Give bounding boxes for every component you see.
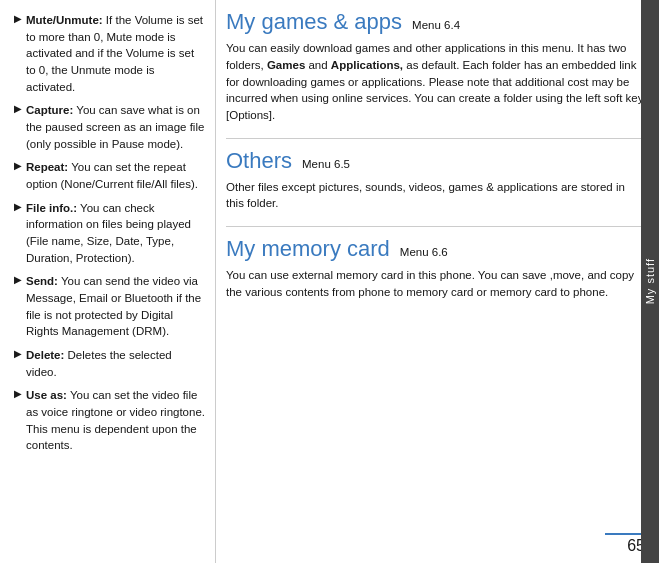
bullet-icon: ▶ — [14, 388, 22, 399]
page-number-area: 65 — [605, 533, 645, 555]
section-divider — [226, 226, 645, 227]
item-label: Capture: — [26, 104, 73, 116]
item-text: Capture: You can save what is on the pau… — [26, 102, 205, 152]
item-text: Repeat: You can set the repeat option (N… — [26, 159, 205, 192]
section-divider — [226, 138, 645, 139]
list-item: ▶ Capture: You can save what is on the p… — [14, 102, 205, 152]
section-body: You can use external memory card in this… — [226, 267, 645, 300]
sidebar-tab: My stuff — [641, 0, 659, 563]
page-container: ▶ Mute/Unmute: If the Volume is set to m… — [0, 0, 659, 563]
section-my-games-apps: My games & apps Menu 6.4 You can easily … — [226, 10, 645, 124]
left-column: ▶ Mute/Unmute: If the Volume is set to m… — [0, 0, 215, 563]
item-text: Delete: Deletes the selected video. — [26, 347, 205, 380]
item-text: Send: You can send the video via Message… — [26, 273, 205, 340]
bullet-icon: ▶ — [14, 348, 22, 359]
bullet-icon: ▶ — [14, 13, 22, 24]
right-column: My games & apps Menu 6.4 You can easily … — [215, 0, 659, 563]
item-label: Use as: — [26, 389, 67, 401]
section-my-memory-card: My memory card Menu 6.6 You can use exte… — [226, 237, 645, 301]
bullet-icon: ▶ — [14, 274, 22, 285]
bullet-icon: ▶ — [14, 103, 22, 114]
menu-number: Menu 6.4 — [412, 19, 460, 31]
page-number-line — [605, 533, 645, 535]
bullet-icon: ▶ — [14, 160, 22, 171]
item-label: Mute/Unmute: — [26, 14, 103, 26]
section-body: Other files except pictures, sounds, vid… — [226, 179, 645, 212]
item-label: Delete: — [26, 349, 64, 361]
section-header: My memory card Menu 6.6 — [226, 237, 645, 261]
section-body: You can easily download games and other … — [226, 40, 645, 123]
list-item: ▶ Send: You can send the video via Messa… — [14, 273, 205, 340]
item-text: Use as: You can set the video file as vo… — [26, 387, 205, 454]
section-title: Others — [226, 149, 292, 173]
list-item: ▶ Use as: You can set the video file as … — [14, 387, 205, 454]
item-label: Send: — [26, 275, 58, 287]
section-others: Others Menu 6.5 Other files except pictu… — [226, 149, 645, 213]
section-title: My memory card — [226, 237, 390, 261]
item-text: File info.: You can check information on… — [26, 200, 205, 267]
item-label: File info.: — [26, 202, 77, 214]
item-label: Repeat: — [26, 161, 68, 173]
sidebar-label: My stuff — [644, 258, 656, 304]
list-item: ▶ Delete: Deletes the selected video. — [14, 347, 205, 380]
list-item: ▶ Repeat: You can set the repeat option … — [14, 159, 205, 192]
bullet-icon: ▶ — [14, 201, 22, 212]
item-text: Mute/Unmute: If the Volume is set to mor… — [26, 12, 205, 95]
section-header: Others Menu 6.5 — [226, 149, 645, 173]
section-header: My games & apps Menu 6.4 — [226, 10, 645, 34]
menu-number: Menu 6.6 — [400, 246, 448, 258]
list-item: ▶ Mute/Unmute: If the Volume is set to m… — [14, 12, 205, 95]
section-title: My games & apps — [226, 10, 402, 34]
list-item: ▶ File info.: You can check information … — [14, 200, 205, 267]
menu-number: Menu 6.5 — [302, 158, 350, 170]
